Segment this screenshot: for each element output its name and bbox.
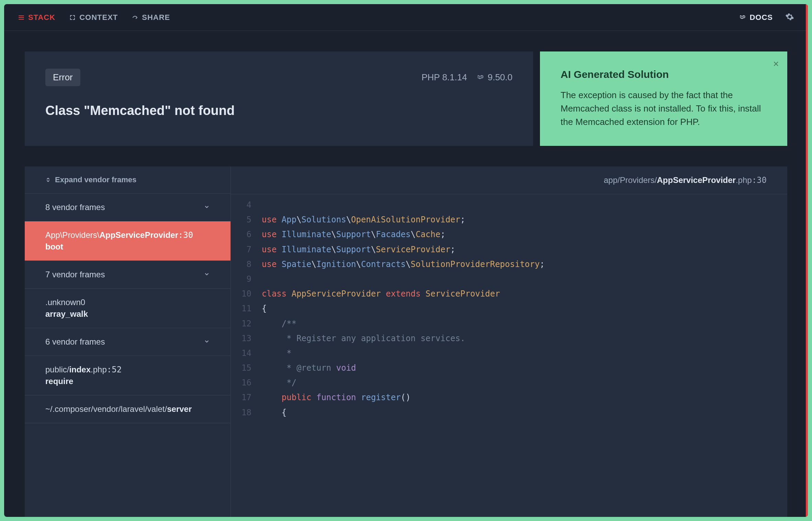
code-line: 17 public function register() xyxy=(231,390,787,405)
line-number: 18 xyxy=(231,405,262,420)
nav-context[interactable]: CONTEXT xyxy=(69,13,118,22)
code-line: 6use Illuminate\Support\Facades\Cache; xyxy=(231,227,787,242)
line-number: 9 xyxy=(231,272,262,287)
gear-icon xyxy=(785,12,794,21)
error-top: Error PHP 8.1.14 9.50.0 xyxy=(45,69,512,86)
line-content: use App\Solutions\OpenAiSolutionProvider… xyxy=(262,212,787,227)
code-file-path: app/Providers/AppServiceProvider.php:30 xyxy=(231,166,787,194)
line-number: 5 xyxy=(231,212,262,227)
frame-path: App\Providers\AppServiceProvider:30 xyxy=(45,230,210,240)
line-number: 16 xyxy=(231,375,262,390)
settings-button[interactable] xyxy=(785,12,794,23)
line-content: * Register any application services. xyxy=(262,331,787,346)
frame-item[interactable]: .unknown0array_walk xyxy=(25,289,230,328)
frame-item[interactable]: App\Providers\AppServiceProvider:30boot xyxy=(25,221,230,261)
error-message: Class "Memcached" not found xyxy=(45,103,512,118)
code-file-suffix: .php xyxy=(736,175,752,185)
code-panel: app/Providers/AppServiceProvider.php:30 … xyxy=(231,166,787,517)
line-number: 14 xyxy=(231,346,262,361)
error-badge: Error xyxy=(45,69,80,86)
code-line: 16 */ xyxy=(231,375,787,390)
code-body[interactable]: 45use App\Solutions\OpenAiSolutionProvid… xyxy=(231,194,787,517)
topbar-nav: STACK CONTEXT SHARE xyxy=(18,13,170,22)
line-number: 13 xyxy=(231,331,262,346)
docs-link[interactable]: DOCS xyxy=(739,13,773,22)
error-window: STACK CONTEXT SHARE DOCS xyxy=(4,4,808,517)
frame-group-label: 8 vendor frames xyxy=(45,202,105,212)
frame-path: ~/.composer/vendor/laravel/valet/server xyxy=(45,404,210,414)
line-number: 17 xyxy=(231,390,262,405)
docs-label: DOCS xyxy=(749,13,773,22)
solution-close-button[interactable]: ✕ xyxy=(773,60,779,69)
frame-item[interactable]: 8 vendor frames xyxy=(25,194,230,221)
frame-item[interactable]: public/index.php:52require xyxy=(25,356,230,395)
line-content: class AppServiceProvider extends Service… xyxy=(262,287,787,301)
version-info: PHP 8.1.14 9.50.0 xyxy=(421,72,512,83)
laravel-icon xyxy=(477,74,484,81)
code-line: 12 /** xyxy=(231,316,787,331)
solution-text: The exception is caused by the fact that… xyxy=(561,89,767,129)
main-container: Error PHP 8.1.14 9.50.0 Class "Memcached… xyxy=(4,31,808,517)
line-number: 15 xyxy=(231,361,262,375)
code-line: 4 xyxy=(231,198,787,212)
line-number: 10 xyxy=(231,287,262,301)
line-content xyxy=(262,272,787,287)
code-line: 8use Spatie\Ignition\Contracts\SolutionP… xyxy=(231,257,787,272)
line-content: use Illuminate\Support\ServiceProvider; xyxy=(262,242,787,257)
frame-item[interactable]: 6 vendor frames xyxy=(25,328,230,356)
code-line: 13 * Register any application services. xyxy=(231,331,787,346)
code-line: 11{ xyxy=(231,301,787,316)
line-content: */ xyxy=(262,375,787,390)
code-line: 9 xyxy=(231,272,787,287)
line-content: /** xyxy=(262,316,787,331)
frame-group-label: 6 vendor frames xyxy=(45,337,105,346)
line-content: { xyxy=(262,405,787,420)
line-content xyxy=(262,198,787,212)
line-content: { xyxy=(262,301,787,316)
frame-method: require xyxy=(45,377,210,386)
line-content: use Spatie\Ignition\Contracts\SolutionPr… xyxy=(262,257,787,272)
line-number: 4 xyxy=(231,198,262,212)
nav-context-label: CONTEXT xyxy=(79,13,118,22)
frames-list: 8 vendor framesApp\Providers\AppServiceP… xyxy=(25,194,230,423)
line-number: 7 xyxy=(231,242,262,257)
laravel-version: 9.50.0 xyxy=(488,72,512,83)
frame-group-label: 7 vendor frames xyxy=(45,270,105,279)
frame-item[interactable]: ~/.composer/vendor/laravel/valet/server xyxy=(25,395,230,423)
nav-stack[interactable]: STACK xyxy=(18,13,55,22)
code-line: 18 { xyxy=(231,405,787,420)
nav-share[interactable]: SHARE xyxy=(132,13,170,22)
frame-path: .unknown0 xyxy=(45,298,210,307)
code-line: 15 * @return void xyxy=(231,361,787,375)
frame-method: array_walk xyxy=(45,309,210,319)
code-line: 5use App\Solutions\OpenAiSolutionProvide… xyxy=(231,212,787,227)
stack-icon xyxy=(18,14,25,21)
line-content: use Illuminate\Support\Facades\Cache; xyxy=(262,227,787,242)
code-path-prefix: app/Providers/ xyxy=(604,175,657,185)
expand-frames-button[interactable]: Expand vendor frames xyxy=(25,166,230,194)
expand-frames-label: Expand vendor frames xyxy=(55,175,136,184)
frame-item[interactable]: 7 vendor frames xyxy=(25,261,230,289)
topbar: STACK CONTEXT SHARE DOCS xyxy=(4,4,808,31)
context-icon xyxy=(69,14,76,21)
line-content: * @return void xyxy=(262,361,787,375)
error-panel: Error PHP 8.1.14 9.50.0 Class "Memcached… xyxy=(25,51,533,146)
share-icon xyxy=(132,14,138,21)
line-number: 8 xyxy=(231,257,262,272)
code-line: 14 * xyxy=(231,346,787,361)
line-content: * xyxy=(262,346,787,361)
frame-path: public/index.php:52 xyxy=(45,365,210,374)
laravel-version-wrapper: 9.50.0 xyxy=(477,72,512,83)
line-number: 12 xyxy=(231,316,262,331)
solution-title: AI Generated Solution xyxy=(561,69,767,80)
chevron-down-icon xyxy=(204,202,210,212)
solution-panel: ✕ AI Generated Solution The exception is… xyxy=(540,51,787,146)
frame-method: boot xyxy=(45,242,210,252)
line-content: public function register() xyxy=(262,390,787,405)
expand-icon xyxy=(45,177,51,183)
nav-stack-label: STACK xyxy=(28,13,55,22)
chevron-down-icon xyxy=(204,337,210,347)
code-file-name: AppServiceProvider xyxy=(657,175,735,185)
nav-share-label: SHARE xyxy=(142,13,170,22)
line-number: 11 xyxy=(231,301,262,316)
